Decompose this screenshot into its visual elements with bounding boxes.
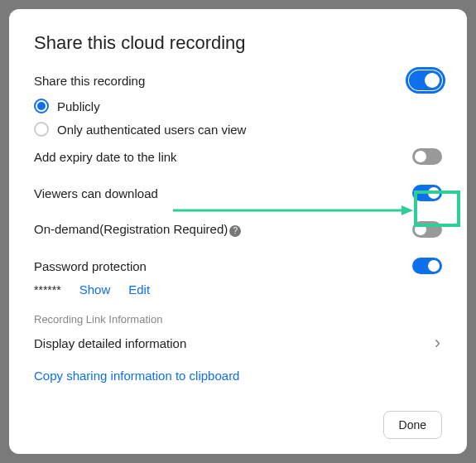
password-label: Password protection (34, 259, 147, 273)
radio-publicly-label: Publicly (57, 99, 100, 113)
password-show-link[interactable]: Show (79, 282, 111, 297)
visibility-radio-group: Publicly Only authenticated users can vi… (34, 99, 442, 137)
password-row: Password protection (34, 258, 442, 274)
ondemand-toggle[interactable] (412, 221, 442, 238)
radio-authenticated[interactable]: Only authenticated users can view (34, 122, 442, 137)
help-icon[interactable]: ? (229, 225, 241, 237)
expiry-row: Add expiry date to the link (34, 148, 442, 165)
radio-icon (34, 122, 49, 137)
download-row: Viewers can download (34, 185, 442, 201)
expiry-toggle[interactable] (412, 148, 442, 165)
download-toggle[interactable] (412, 185, 442, 201)
share-recording-modal: Share this cloud recording Share this re… (9, 9, 467, 454)
display-detailed-info-row[interactable]: Display detailed information › (34, 332, 442, 354)
share-recording-label: Share this recording (34, 74, 145, 88)
password-actions: ****** Show Edit (34, 282, 442, 297)
copy-sharing-link[interactable]: Copy sharing information to clipboard (34, 369, 239, 383)
recording-link-section-label: Recording Link Information (34, 313, 442, 326)
modal-title: Share this cloud recording (34, 32, 442, 54)
modal-footer: Done (383, 411, 442, 439)
radio-icon (34, 99, 49, 113)
ondemand-row: On-demand(Registration Required)? (34, 221, 442, 238)
password-toggle[interactable] (412, 258, 442, 274)
radio-authenticated-label: Only authenticated users can view (57, 123, 246, 137)
display-detailed-info-label: Display detailed information (34, 336, 186, 350)
password-mask: ****** (34, 283, 61, 297)
done-button[interactable]: Done (383, 411, 442, 439)
ondemand-text: On-demand(Registration Required) (34, 222, 228, 236)
expiry-label: Add expiry date to the link (34, 150, 177, 164)
password-edit-link[interactable]: Edit (128, 282, 150, 297)
share-recording-row: Share this recording (34, 70, 442, 90)
chevron-right-icon: › (435, 332, 440, 354)
radio-publicly[interactable]: Publicly (34, 99, 442, 113)
download-label: Viewers can download (34, 186, 158, 200)
share-recording-toggle[interactable] (409, 70, 442, 90)
ondemand-label: On-demand(Registration Required)? (34, 222, 241, 236)
